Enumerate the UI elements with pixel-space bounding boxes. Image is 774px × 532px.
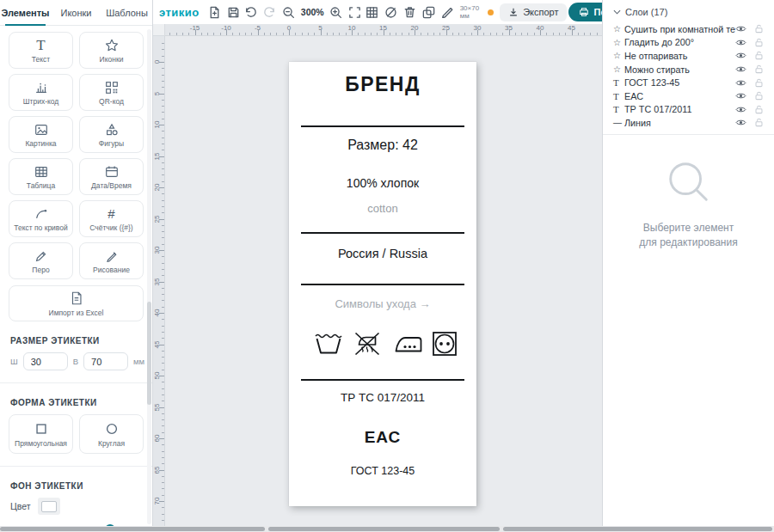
- label-eac-text[interactable]: ЕАС: [289, 428, 476, 447]
- save-icon: [226, 5, 241, 20]
- label-line[interactable]: [301, 232, 464, 234]
- layer-row[interactable]: ☆Не отпаривать: [603, 49, 774, 63]
- element-card-calendar[interactable]: Дата/Время: [79, 158, 144, 195]
- element-card-counter[interactable]: #Счётчик ({#}): [79, 200, 144, 237]
- label-brand-text[interactable]: БРЕНД: [289, 73, 476, 96]
- element-card-curve[interactable]: Текст по кривой: [9, 200, 73, 237]
- element-card-table[interactable]: Таблица: [9, 158, 73, 195]
- element-card-label: Дата/Время: [91, 181, 132, 190]
- layer-name: Не отпаривать: [624, 51, 735, 61]
- layer-name: ЕАС: [624, 91, 735, 101]
- element-card-barcode[interactable]: Штрих-код: [9, 74, 73, 111]
- element-card-shapes[interactable]: Фигуры: [79, 116, 144, 153]
- label-material-en-text[interactable]: cotton: [289, 202, 476, 215]
- new-file-icon: [207, 5, 222, 20]
- label-size-text[interactable]: Размер: 42: [289, 138, 476, 153]
- sidebar-tab-elements[interactable]: Элементы: [0, 0, 51, 25]
- color-swatch-button[interactable]: [38, 498, 60, 515]
- grid-button[interactable]: [364, 3, 381, 21]
- print-button[interactable]: Печать: [568, 3, 602, 21]
- shape-option-circle[interactable]: Круглая: [79, 414, 144, 454]
- shape-option-rect[interactable]: Прямоугольная: [9, 414, 73, 454]
- label-line[interactable]: [301, 284, 464, 285]
- lock-toggle[interactable]: [754, 78, 764, 88]
- sidebar-tab-templates[interactable]: Шаблоны: [101, 0, 152, 25]
- layer-row[interactable]: ☆Гладить до 200°: [603, 36, 774, 50]
- fit-screen-button[interactable]: [347, 3, 364, 21]
- brush-button[interactable]: [439, 3, 457, 21]
- care-symbol-no-steam-icon[interactable]: [352, 328, 383, 359]
- horizontal-scrollbar[interactable]: [0, 526, 774, 532]
- label-document[interactable]: БРЕНД Размер: 42 100% хлопок cotton Росс…: [289, 62, 476, 506]
- undo-button[interactable]: [243, 3, 260, 21]
- layer-row[interactable]: ☆Сушить при комнатной температуре: [603, 22, 774, 36]
- visibility-toggle[interactable]: [735, 39, 746, 46]
- star-layer-icon: ☆: [613, 38, 624, 47]
- width-input[interactable]: [23, 352, 68, 370]
- layers-header[interactable]: Слои (17): [603, 0, 774, 22]
- visibility-toggle[interactable]: [735, 106, 746, 113]
- lock-toggle[interactable]: [754, 91, 764, 101]
- element-card-qrcode[interactable]: QR-код: [79, 74, 144, 111]
- redo-button[interactable]: [261, 3, 279, 21]
- label-material-text[interactable]: 100% хлопок: [289, 176, 476, 190]
- ruler-label: 35: [153, 276, 163, 288]
- visibility-toggle[interactable]: [735, 52, 746, 59]
- height-input[interactable]: [83, 352, 128, 370]
- zoom-level-value[interactable]: 300%: [299, 7, 326, 17]
- element-card-text[interactable]: TТекст: [9, 32, 73, 69]
- scrollbar-thumb[interactable]: [0, 527, 265, 531]
- element-card-label: Перо: [32, 266, 49, 274]
- care-symbol-iron-icon[interactable]: [393, 328, 424, 359]
- zoom-out-button[interactable]: [280, 3, 298, 21]
- visibility-toggle[interactable]: [735, 92, 746, 100]
- lock-toggle[interactable]: [754, 64, 764, 74]
- ruler-label: 45: [568, 24, 575, 32]
- lock-toggle[interactable]: [754, 24, 764, 34]
- layer-row[interactable]: ☆Можно стирать: [603, 63, 774, 76]
- layer-row[interactable]: TТР ТС 017/2011: [603, 103, 774, 117]
- new-file-button[interactable]: [206, 3, 224, 21]
- canvas-content[interactable]: БРЕНД Размер: 42 100% хлопок cotton Росс…: [165, 36, 602, 526]
- label-line[interactable]: [301, 125, 464, 127]
- sidebar-tab-icons[interactable]: Иконки: [51, 0, 101, 25]
- lock-toggle[interactable]: [754, 38, 764, 47]
- care-symbol-wash-icon[interactable]: [313, 328, 344, 359]
- element-card-star[interactable]: Иконки: [79, 32, 144, 69]
- scrollbar-thumb[interactable]: [503, 527, 772, 531]
- label-line[interactable]: [301, 379, 464, 381]
- visibility-toggle[interactable]: [735, 65, 746, 73]
- sidebar-scrollbar-thumb[interactable]: [147, 302, 151, 405]
- element-card-image[interactable]: Картинка: [9, 116, 73, 153]
- save-button[interactable]: [225, 3, 243, 21]
- visibility-toggle[interactable]: [735, 25, 746, 33]
- care-symbol-tumble-dry-icon[interactable]: [429, 328, 460, 359]
- delete-button[interactable]: [402, 3, 419, 21]
- lock-toggle[interactable]: [754, 105, 764, 114]
- visibility-toggle[interactable]: [735, 119, 746, 126]
- layer-row[interactable]: TГОСТ 123-45: [603, 76, 774, 89]
- label-shape-options: ПрямоугольнаяКруглая: [0, 414, 152, 454]
- layer-row[interactable]: —Линия: [603, 116, 774, 130]
- canvas-area[interactable]: -15-10-5051015202530354045 0510152025303…: [153, 24, 602, 526]
- ruler-label: 15: [379, 24, 387, 32]
- import-excel-button[interactable]: Импорт из Excel: [9, 285, 144, 321]
- visibility-toggle[interactable]: [735, 79, 746, 87]
- duplicate-button[interactable]: [421, 3, 438, 21]
- lock-toggle[interactable]: [754, 51, 764, 60]
- snap-button[interactable]: [383, 3, 400, 21]
- export-button[interactable]: Экспорт: [500, 3, 567, 21]
- element-card-pen[interactable]: Перо: [9, 242, 73, 279]
- lock-toggle[interactable]: [754, 118, 764, 127]
- sidebar-scrollbar[interactable]: [147, 29, 151, 524]
- app-logo[interactable]: этикио: [159, 6, 200, 19]
- label-trts-text[interactable]: ТР ТС 017/2011: [289, 391, 476, 404]
- element-card-draw[interactable]: Рисование: [79, 242, 144, 279]
- ruler-label: 50: [153, 370, 163, 382]
- scrollbar-thumb[interactable]: [268, 527, 500, 531]
- label-care-title-text[interactable]: Символы ухода →: [289, 297, 476, 310]
- layer-row[interactable]: TЕАС: [603, 89, 774, 103]
- label-country-text[interactable]: Россия / Russia: [289, 247, 476, 260]
- zoom-in-button[interactable]: [328, 3, 345, 21]
- label-gost-text[interactable]: ГОСТ 123-45: [289, 465, 476, 477]
